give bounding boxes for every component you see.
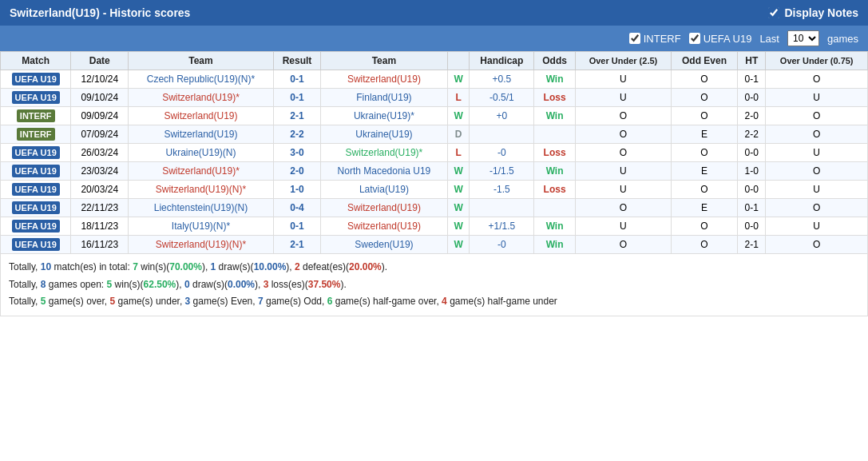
cell-result: 0-1 <box>273 70 320 89</box>
table-row: INTERF 09/09/24 Switzerland(U19) 2-1 Ukr… <box>1 107 868 125</box>
match-tag: UEFA U19 <box>12 73 60 85</box>
match-tag: UEFA U19 <box>12 183 60 196</box>
col-handicap: Handicap <box>470 52 534 70</box>
cell-ht: 0-1 <box>738 70 766 89</box>
match-tag: UEFA U19 <box>12 220 60 232</box>
scores-table: Match Date Team Result Team Handicap Odd… <box>0 51 868 254</box>
cell-over-under: U <box>575 181 671 199</box>
cell-handicap: -1/1.5 <box>470 162 534 181</box>
col-over-under-25: Over Under (2.5) <box>575 52 671 70</box>
table-row: UEFA U19 12/10/24 Czech Republic(U19)(N)… <box>1 70 868 89</box>
col-team1: Team <box>129 52 274 70</box>
table-row: INTERF 07/09/24 Switzerland(U19) 2-2 Ukr… <box>1 125 868 144</box>
col-over-under-075: Over Under (0.75) <box>766 52 868 70</box>
cell-team1: Switzerland(U19)* <box>129 89 274 107</box>
cell-team1: Italy(U19)(N)* <box>129 217 274 236</box>
cell-ht: 0-0 <box>738 181 766 199</box>
cell-odd-even: E <box>671 162 737 181</box>
cell-over-under2: U <box>766 144 868 162</box>
last-games-select[interactable]: 10 5 15 20 <box>787 30 819 46</box>
cell-ht: 0-0 <box>738 217 766 236</box>
cell-over-under2: U <box>766 89 868 107</box>
cell-handicap: -0.5/1 <box>470 89 534 107</box>
cell-result: 2-1 <box>273 236 320 254</box>
interf-checkbox[interactable] <box>629 33 640 44</box>
cell-odds <box>534 125 576 144</box>
cell-team2: Switzerland(U19) <box>321 70 448 89</box>
table-row: UEFA U19 26/03/24 Ukraine(U19)(N) 3-0 Sw… <box>1 144 868 162</box>
footer-line2: Totally, 8 games open: 5 win(s)(62.50%),… <box>9 276 859 294</box>
interf-filter[interactable]: INTERF <box>629 33 681 45</box>
footer-line1: Totally, 10 match(es) in total: 7 win(s)… <box>9 259 859 276</box>
match-tag: INTERF <box>17 109 55 122</box>
cell-handicap <box>470 199 534 217</box>
cell-over-under: O <box>575 199 671 217</box>
cell-team1: Switzerland(U19) <box>129 125 274 144</box>
cell-result: 1-0 <box>273 181 320 199</box>
col-ht: HT <box>738 52 766 70</box>
cell-team2: Switzerland(U19) <box>321 217 448 236</box>
cell-odds: Win <box>534 107 576 125</box>
cell-over-under: U <box>575 89 671 107</box>
cell-ht: 2-1 <box>738 236 766 254</box>
filter-bar: INTERF UEFA U19 Last 10 5 15 20 games <box>0 26 868 51</box>
cell-wdl: D <box>447 125 470 144</box>
match-tag: UEFA U19 <box>12 238 60 251</box>
cell-team2: Finland(U19) <box>321 89 448 107</box>
cell-wdl: W <box>447 181 470 199</box>
cell-team2: Ukraine(U19)* <box>321 107 448 125</box>
cell-result: 0-1 <box>273 89 320 107</box>
cell-odd-even: O <box>671 181 737 199</box>
cell-team1: Ukraine(U19)(N) <box>129 144 274 162</box>
cell-match-type: INTERF <box>1 107 71 125</box>
cell-over-under2: O <box>766 70 868 89</box>
cell-match-type: UEFA U19 <box>1 217 71 236</box>
col-odds: Odds <box>534 52 576 70</box>
cell-match-type: UEFA U19 <box>1 199 71 217</box>
cell-date: 09/09/24 <box>71 107 129 125</box>
cell-match-type: UEFA U19 <box>1 181 71 199</box>
table-row: UEFA U19 23/03/24 Switzerland(U19)* 2-0 … <box>1 162 868 181</box>
cell-odds: Loss <box>534 89 576 107</box>
cell-team2: North Macedonia U19 <box>321 162 448 181</box>
cell-team2: Sweden(U19) <box>321 236 448 254</box>
cell-wdl: W <box>447 107 470 125</box>
uefa-filter[interactable]: UEFA U19 <box>689 33 752 45</box>
cell-match-type: UEFA U19 <box>1 144 71 162</box>
cell-wdl: L <box>447 144 470 162</box>
cell-team1: Switzerland(U19)* <box>129 162 274 181</box>
cell-date: 22/11/23 <box>71 199 129 217</box>
col-match: Match <box>1 52 71 70</box>
table-row: UEFA U19 22/11/23 Liechtenstein(U19)(N) … <box>1 199 868 217</box>
last-label: Last <box>759 33 779 45</box>
cell-odd-even: O <box>671 144 737 162</box>
match-tag: UEFA U19 <box>12 146 60 159</box>
cell-result: 2-0 <box>273 162 320 181</box>
cell-date: 20/03/24 <box>71 181 129 199</box>
cell-result: 2-2 <box>273 125 320 144</box>
cell-wdl: W <box>447 236 470 254</box>
cell-ht: 0-0 <box>738 89 766 107</box>
cell-over-under2: O <box>766 162 868 181</box>
interf-label: INTERF <box>644 33 681 45</box>
cell-team1: Switzerland(U19)(N)* <box>129 236 274 254</box>
cell-handicap: -0 <box>470 236 534 254</box>
cell-over-under: O <box>575 236 671 254</box>
cell-result: 0-4 <box>273 199 320 217</box>
cell-team2: Latvia(U19) <box>321 181 448 199</box>
cell-handicap: +0.5 <box>470 70 534 89</box>
cell-date: 26/03/24 <box>71 144 129 162</box>
games-label: games <box>827 33 858 45</box>
cell-handicap: -0 <box>470 144 534 162</box>
display-notes-checkbox[interactable] <box>768 7 779 18</box>
cell-match-type: INTERF <box>1 125 71 144</box>
uefa-checkbox[interactable] <box>689 33 700 44</box>
cell-ht: 0-0 <box>738 144 766 162</box>
cell-handicap <box>470 125 534 144</box>
cell-match-type: UEFA U19 <box>1 70 71 89</box>
cell-handicap: +1/1.5 <box>470 217 534 236</box>
cell-odds: Win <box>534 236 576 254</box>
cell-odd-even: O <box>671 107 737 125</box>
cell-over-under2: O <box>766 107 868 125</box>
cell-result: 3-0 <box>273 144 320 162</box>
